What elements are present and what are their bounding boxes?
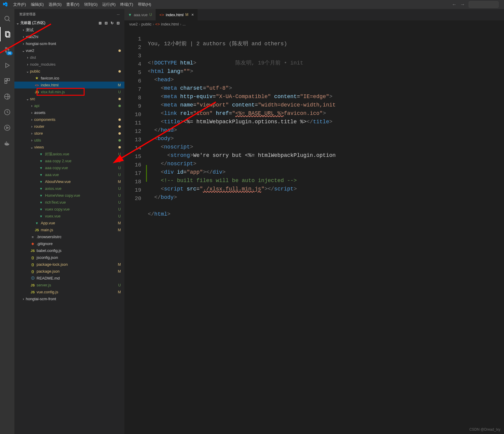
timeline-icon[interactable] xyxy=(0,105,14,119)
code-line[interactable]: <html lang=""> xyxy=(148,67,504,76)
tree-label: aaa copy 2.vue xyxy=(45,159,117,163)
menu-item[interactable]: 运行(R) xyxy=(100,2,118,7)
code-content[interactable]: You, 12小时前 | 2 authors (陈友明 and others) … xyxy=(148,28,504,434)
collapse-all-icon[interactable]: ⊟ xyxy=(117,21,120,25)
tree-file[interactable]: JSvue.config.jsM xyxy=(14,289,124,295)
code-line[interactable]: <!DOCTYPE html> 陈友明, 19个月前 • init xyxy=(148,59,504,67)
search-icon[interactable] xyxy=(0,11,14,26)
code-line[interactable]: <meta charset="utf-8"> xyxy=(148,84,504,92)
tree-folder[interactable]: ›dist xyxy=(14,54,124,61)
tree-file[interactable]: ▼HomeView copy.vueU xyxy=(14,192,124,199)
tree-folder[interactable]: ›hongtai-scm-front xyxy=(14,40,124,47)
tree-file[interactable]: ▼vuex copy.vueU xyxy=(14,206,124,213)
tree-folder[interactable]: ⌄views xyxy=(14,144,124,151)
explorer-icon[interactable] xyxy=(0,27,14,41)
tree-folder[interactable]: ›node_modules xyxy=(14,61,124,68)
run-debug-icon[interactable] xyxy=(0,58,14,73)
menu-item[interactable]: 选择(S) xyxy=(46,2,64,7)
tree-folder[interactable]: ⌄public xyxy=(14,68,124,75)
menu-item[interactable]: 转到(G) xyxy=(82,2,100,7)
code-line[interactable]: <body> xyxy=(148,134,504,143)
tree-file[interactable]: ▼封装axios.vueU xyxy=(14,151,124,157)
code-line[interactable]: <title><%= htmlWebpackPlugin.options.tit… xyxy=(148,118,504,126)
code-line[interactable]: </body> xyxy=(148,193,504,202)
tree-file[interactable]: JSxlsx.full.min.jsU xyxy=(14,88,124,95)
breadcrumb[interactable]: vue2› public› <> index.html› ... xyxy=(124,20,504,28)
menu-item[interactable]: 文件(F) xyxy=(11,2,28,7)
menu-item[interactable]: 查看(V) xyxy=(64,2,82,7)
tree-folder[interactable]: ›components xyxy=(14,116,124,123)
menu-item[interactable]: 终端(T) xyxy=(118,2,136,7)
nav-forward-icon[interactable]: → xyxy=(460,2,465,7)
tree-file[interactable]: ▼axios.vueU xyxy=(14,185,124,192)
tree-folder[interactable]: ›assets xyxy=(14,109,124,116)
code-line[interactable]: <div id="app"></div> xyxy=(148,168,504,176)
tree-file[interactable]: ▼App.vueM xyxy=(14,220,124,226)
tree-file[interactable]: JSmain.jsM xyxy=(14,226,124,233)
code-line[interactable]: <meta name="viewport" content="width=dev… xyxy=(148,101,504,109)
tree-file[interactable]: {}jsconfig.json xyxy=(14,254,124,261)
debug-alt-icon[interactable] xyxy=(0,121,14,135)
code-line[interactable]: <script src="./xlsx.full.min.js"></scrip… xyxy=(148,185,504,193)
code-line[interactable]: <link rel="icon" href="<%= BASE_URL %>fa… xyxy=(148,109,504,118)
code-line[interactable] xyxy=(148,218,504,227)
tree-file[interactable]: ▼richText.vueU xyxy=(14,199,124,206)
tree-folder[interactable]: ⌄src xyxy=(14,95,124,102)
close-tab-icon[interactable]: × xyxy=(191,12,194,17)
docker-icon[interactable] xyxy=(0,136,14,151)
editor-tab[interactable]: ▼aaa.vueU xyxy=(124,9,156,20)
svg-rect-16 xyxy=(6,143,7,144)
code-line[interactable]: <meta http-equiv="X-UA-Compatible" conte… xyxy=(148,92,504,101)
new-file-icon[interactable]: ⊞ xyxy=(99,21,102,25)
tree-file[interactable]: ▼AboutView.vueM xyxy=(14,178,124,185)
tree-file[interactable]: {}package.jsonM xyxy=(14,268,124,275)
code-line[interactable]: <strong>We're sorry but <%= htmlWebpackP… xyxy=(148,151,504,160)
code-line[interactable]: </noscript> xyxy=(148,160,504,168)
extensions-icon[interactable] xyxy=(0,74,14,88)
sidebar-more-icon[interactable]: ··· xyxy=(117,13,120,16)
editor-tab[interactable]: <>index.htmlM× xyxy=(156,9,198,20)
code-line[interactable] xyxy=(148,202,504,210)
chevron-down-icon[interactable]: ⌄ xyxy=(16,21,19,25)
tree-folder[interactable]: ›api xyxy=(14,102,124,109)
tree-file[interactable]: <>index.htmlM xyxy=(14,82,124,88)
command-center-input[interactable] xyxy=(469,1,499,8)
chevron-icon: › xyxy=(21,28,26,32)
tree-file[interactable]: {}package-lock.jsonM xyxy=(14,261,124,268)
tree-folder[interactable]: ›xiaoZhi xyxy=(14,33,124,40)
code-line[interactable]: <!-- built files will be auto injected -… xyxy=(148,176,504,185)
menu-item[interactable]: 帮助(H) xyxy=(136,2,154,7)
tree-file[interactable]: ◆.gitignore xyxy=(14,240,124,247)
tree-file[interactable]: ▼aaa copy.vueU xyxy=(14,164,124,171)
workspace-title: 无标题 (工作区) xyxy=(20,20,45,25)
tree-file[interactable]: JSbabel.config.js xyxy=(14,247,124,254)
tree-file[interactable]: ▼vuex.vueU xyxy=(14,213,124,220)
tree-file[interactable]: ⓘREADME.md xyxy=(14,275,124,282)
tree-folder[interactable]: ›utils xyxy=(14,137,124,144)
tree-file[interactable]: ▼aaa copy 2.vueU xyxy=(14,157,124,164)
tree-file[interactable]: JSserver.jsU xyxy=(14,282,124,289)
tree-file[interactable]: ★favicon.ico xyxy=(14,75,124,82)
code-line[interactable]: </head> xyxy=(148,126,504,134)
tree-folder[interactable]: ⌄vue2 xyxy=(14,47,124,54)
menu-item[interactable]: 编辑(E) xyxy=(28,2,46,7)
remote-icon[interactable] xyxy=(0,89,14,104)
tree-folder[interactable]: ›hongtai-scm-front xyxy=(14,295,124,302)
tree-label: richText.vue xyxy=(45,200,117,205)
tree-file[interactable]: ≡.browserslistrc xyxy=(14,233,124,240)
fav-icon: ★ xyxy=(34,76,40,80)
new-folder-icon[interactable]: ⊟ xyxy=(105,21,108,25)
tree-file[interactable]: ▼aaa.vueU xyxy=(14,171,124,178)
source-control-icon[interactable]: 36 xyxy=(0,43,14,57)
nav-back-icon[interactable]: ← xyxy=(452,2,457,7)
tree-folder[interactable]: ›store xyxy=(14,130,124,137)
git-status: U xyxy=(118,159,121,163)
code-line[interactable]: <head> xyxy=(148,76,504,84)
code-line[interactable]: </html> xyxy=(148,210,504,218)
code-line[interactable]: <noscript> xyxy=(148,143,504,151)
editor-body[interactable]: 1234567891011121314151617181920 You, 12小… xyxy=(124,28,504,434)
codelens[interactable]: You, 12小时前 | 2 authors (陈友明 and others) xyxy=(148,40,504,47)
tree-folder[interactable]: ›测试 xyxy=(14,26,124,33)
refresh-icon[interactable]: ↻ xyxy=(111,21,114,25)
tree-folder[interactable]: ›router xyxy=(14,123,124,130)
